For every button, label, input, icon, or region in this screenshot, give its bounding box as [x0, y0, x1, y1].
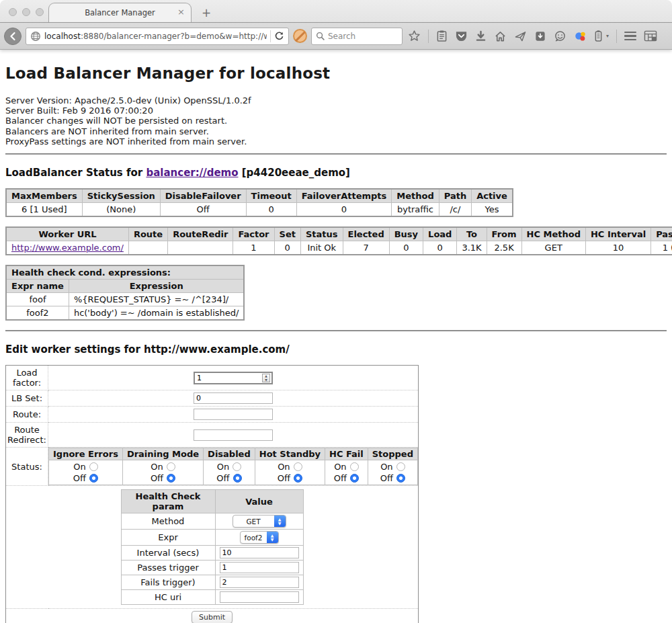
close-window-button[interactable]	[9, 8, 17, 16]
status-column-header: HC Fail	[325, 448, 368, 460]
chevron-down-icon[interactable]: ▾	[606, 33, 609, 39]
table-header-row: Health Check paramValue	[121, 490, 303, 513]
reading-list-button[interactable]	[436, 30, 448, 42]
zoom-window-button[interactable]	[36, 8, 44, 16]
interval-input[interactable]	[220, 547, 299, 558]
passes-trigger-input[interactable]	[220, 562, 299, 573]
home-button[interactable]	[494, 30, 507, 42]
new-tab-button[interactable]: +	[202, 6, 211, 19]
balancer-link[interactable]: balancer://demo	[146, 167, 238, 179]
menu-button[interactable]	[624, 32, 636, 41]
method-select[interactable]: GET ▲▼	[233, 515, 286, 528]
radio-on-unchecked[interactable]	[233, 462, 241, 471]
worker-url-cell: http://www.example.com/	[6, 241, 128, 255]
radio-on-unchecked[interactable]	[350, 462, 359, 471]
hello-button[interactable]	[574, 30, 587, 42]
toolbar-divider	[616, 30, 617, 43]
select-stepper-icon: ▲▼	[274, 515, 286, 527]
send-button[interactable]	[514, 30, 527, 42]
tab-title: Balancer Manager	[85, 8, 155, 17]
table-header-row: MaxMembersStickySessionDisableFailoverTi…	[6, 189, 513, 203]
back-button[interactable]	[4, 28, 22, 45]
radio-off-checked[interactable]	[89, 474, 98, 483]
blocked-icon[interactable]	[293, 29, 307, 43]
off-label: Off	[334, 472, 347, 484]
form-row: Interval (secs)	[121, 546, 303, 560]
column-header: Timeout	[246, 189, 296, 203]
downloads-button[interactable]	[475, 30, 487, 42]
minimize-window-button[interactable]	[22, 8, 30, 16]
off-label: Off	[278, 472, 290, 484]
radio-off-checked[interactable]	[396, 474, 405, 483]
status-cell-disabled: On Off	[204, 460, 255, 485]
on-label: On	[278, 461, 290, 472]
search-input[interactable]	[328, 32, 388, 41]
url-path: :8880/balancer-manager?b=demo&w=http://w…	[81, 32, 267, 41]
pocket-button[interactable]	[455, 30, 468, 42]
back-icon	[8, 32, 17, 41]
number-spinner-icon[interactable]: ▲▼	[262, 374, 270, 382]
table-cell: foof	[6, 293, 69, 306]
off-label: Off	[73, 472, 86, 484]
table-cell	[168, 241, 233, 255]
radio-off-checked[interactable]	[167, 474, 175, 483]
off-label: Off	[380, 472, 393, 484]
route-input[interactable]	[194, 409, 273, 420]
load-factor-stepper: ▲▼	[194, 372, 273, 384]
panel-button[interactable]	[644, 30, 657, 42]
url-bar[interactable]: localhost:8880/balancer-manager?b=demo&w…	[26, 28, 289, 45]
table-row: foof2hc('body') =~ /domain is establishe…	[6, 306, 244, 321]
health-check-param-table: Health Check paramValue Method GET ▲▼	[121, 489, 304, 605]
table-cell: Yes	[472, 203, 513, 217]
submit-button[interactable]: Submit	[192, 611, 233, 623]
form-row: Submit	[6, 609, 419, 623]
radio-off-checked[interactable]	[233, 474, 242, 483]
hc-uri-input[interactable]	[220, 591, 299, 603]
off-label: Off	[151, 472, 163, 484]
form-row: Route Redirect:	[6, 423, 419, 448]
lb-set-input[interactable]	[194, 392, 273, 404]
expr-select[interactable]: foof2 ▲▼	[240, 531, 279, 544]
status-column-header: Hot Standby	[255, 448, 325, 460]
form-row: Fails trigger)	[121, 575, 303, 590]
status-cell-draining-mode: On Off	[122, 460, 203, 485]
table-header-row: Worker URLRouteRouteRedirFactorSetStatus…	[6, 227, 672, 241]
route-redirect-input[interactable]	[194, 429, 273, 441]
expr-label: Expr	[121, 530, 215, 546]
save-page-button[interactable]	[534, 30, 546, 42]
reload-icon[interactable]	[274, 31, 284, 41]
table-cell: 1 (0)	[651, 241, 672, 255]
url-divider	[270, 30, 271, 42]
radio-off-checked[interactable]	[294, 474, 302, 483]
browser-tab[interactable]: Balancer Manager ×	[48, 3, 192, 22]
balancers-notice-line: Balancers are NOT inherited from main se…	[5, 126, 667, 136]
table-header-row: Expr nameExpression	[6, 280, 244, 293]
off-label: Off	[216, 472, 229, 484]
radio-on-unchecked[interactable]	[89, 462, 98, 471]
radio-off-checked[interactable]	[350, 474, 359, 483]
form-row: HC uri	[121, 590, 303, 605]
table-cell: 0	[423, 241, 457, 255]
status-table: Ignore ErrorsDraining ModeDisabledHot St…	[48, 448, 418, 485]
radio-on-unchecked[interactable]	[167, 462, 175, 471]
radio-on-unchecked[interactable]	[396, 462, 405, 471]
load-factor-input[interactable]	[194, 372, 273, 384]
form-row: Method GET ▲▼	[121, 513, 303, 530]
heading-text: LoadBalancer Status for	[5, 167, 146, 179]
fails-trigger-input[interactable]	[220, 577, 299, 588]
search-bar[interactable]	[311, 28, 403, 45]
radio-on-unchecked[interactable]	[294, 462, 302, 471]
table-title: Health check cond. expressions:	[6, 265, 244, 280]
heading-suffix: [p4420eeae_demo]	[239, 167, 350, 179]
panel-icon	[644, 30, 657, 42]
table-cell: foof2	[6, 306, 69, 321]
url-text[interactable]: localhost:8880/balancer-manager?b=demo&w…	[44, 32, 267, 41]
bookmark-star-button[interactable]	[408, 30, 421, 42]
worker-url-link[interactable]: http://www.example.com/	[11, 243, 124, 253]
route-redirect-label: Route Redirect:	[6, 423, 48, 448]
close-tab-icon[interactable]: ×	[177, 7, 185, 17]
pocket-icon	[455, 30, 468, 42]
chat-button[interactable]	[554, 30, 566, 42]
persist-notice-line: Balancer changes will NOT be persisted o…	[5, 116, 667, 126]
container-button[interactable]	[594, 30, 603, 42]
